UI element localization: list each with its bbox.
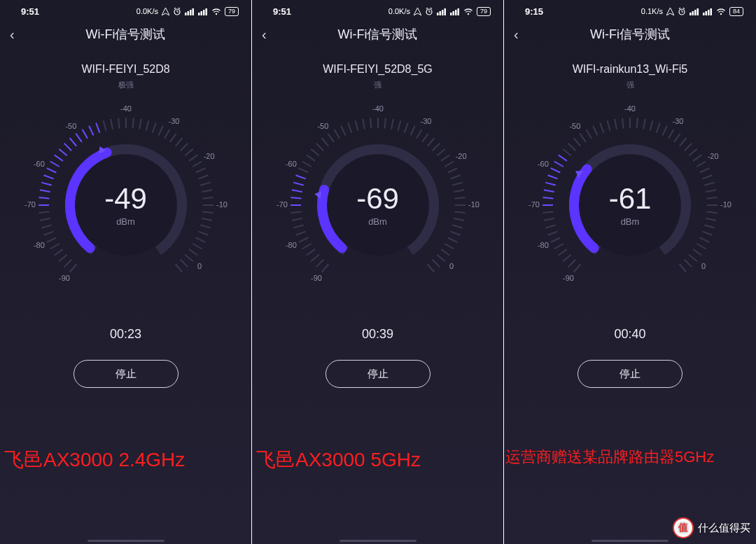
- svg-rect-6: [187, 11, 189, 15]
- svg-line-169: [679, 8, 680, 8]
- status-time: 9:51: [273, 6, 291, 17]
- svg-rect-12: [205, 8, 207, 15]
- dbm-value: -49: [104, 184, 147, 214]
- svg-rect-94: [455, 10, 457, 15]
- svg-rect-90: [442, 10, 444, 15]
- status-icons: 0.0K/s 79: [388, 7, 491, 16]
- phone-panel: 9:51 0.0K/s 79 ‹ Wi-Fi信号测试 WIFI-FEIYI_52…: [0, 0, 252, 544]
- svg-rect-8: [192, 8, 194, 15]
- signal-icon: [185, 8, 195, 15]
- svg-line-4: [178, 8, 180, 8]
- svg-rect-9: [198, 13, 200, 15]
- alarm-icon: [425, 7, 433, 15]
- stop-button[interactable]: 停止: [326, 360, 430, 388]
- dbm-unit: dBm: [621, 216, 640, 227]
- wifi-icon: [463, 8, 473, 15]
- ssid-label: WIFI-FEIYI_52D8_5G: [252, 63, 503, 76]
- svg-line-3: [174, 8, 176, 8]
- gauge-center: -69 dBm: [273, 100, 483, 310]
- network-info: WIFI-FEIYI_52D8_5G 强: [252, 63, 503, 90]
- strength-label: 极强: [0, 80, 251, 90]
- stop-button[interactable]: 停止: [578, 360, 682, 388]
- phone-panel: 9:15 0.1K/s 84 ‹ Wi-Fi信号测试 WIFI-rainkun1…: [504, 0, 756, 544]
- back-button[interactable]: ‹: [10, 27, 29, 43]
- battery-indicator: 79: [477, 7, 491, 16]
- nav-arrow-icon: [414, 8, 421, 15]
- svg-point-13: [216, 13, 217, 14]
- status-icons: 0.0K/s 79: [136, 7, 239, 16]
- nav-bar: ‹ Wi-Fi信号测试: [504, 18, 756, 50]
- page-title: Wi-Fi信号测试: [252, 26, 503, 43]
- svg-rect-171: [690, 13, 692, 15]
- svg-rect-176: [705, 11, 707, 15]
- svg-line-87: [430, 8, 432, 8]
- nav-arrow-icon: [666, 8, 674, 15]
- status-bar: 9:15 0.1K/s 84: [504, 0, 756, 18]
- network-info: WIFI-FEIYI_52D8 极强: [0, 63, 251, 90]
- svg-rect-89: [439, 11, 441, 15]
- svg-point-179: [720, 13, 722, 14]
- timer: 00:23: [0, 327, 251, 342]
- status-time: 9:15: [525, 6, 543, 17]
- panel-caption: 飞邑AX3000 5GHz: [256, 448, 503, 472]
- page-title: Wi-Fi信号测试: [0, 26, 251, 43]
- home-indicator[interactable]: [592, 540, 668, 542]
- signal-icon: [703, 8, 713, 15]
- dbm-value: -61: [609, 184, 652, 214]
- battery-indicator: 84: [729, 7, 743, 16]
- signal-icon: [690, 8, 699, 15]
- svg-rect-173: [694, 10, 696, 15]
- battery-indicator: 79: [225, 7, 239, 16]
- panel-caption: 运营商赠送某品牌路由器5GHz: [505, 448, 756, 466]
- status-bar: 9:51 0.0K/s 79: [252, 0, 503, 18]
- back-button[interactable]: ‹: [262, 27, 281, 43]
- svg-rect-95: [457, 8, 459, 15]
- ssid-label: WIFI-rainkun13_Wi-Fi5: [504, 63, 756, 76]
- home-indicator[interactable]: [340, 540, 416, 542]
- home-indicator[interactable]: [88, 540, 164, 542]
- svg-rect-174: [696, 8, 699, 15]
- status-speed: 0.1K/s: [641, 7, 663, 15]
- watermark-badge: 值: [673, 517, 694, 538]
- gauge-center: -61 dBm: [525, 100, 735, 310]
- svg-rect-7: [190, 10, 192, 15]
- page-title: Wi-Fi信号测试: [504, 26, 756, 43]
- back-button[interactable]: ‹: [514, 27, 533, 43]
- svg-point-96: [468, 13, 469, 14]
- watermark: 值 什么值得买: [673, 517, 750, 538]
- nav-bar: ‹ Wi-Fi信号测试: [0, 18, 251, 50]
- status-time: 9:51: [21, 6, 39, 17]
- svg-rect-91: [444, 8, 446, 15]
- svg-rect-172: [692, 11, 694, 15]
- timer: 00:40: [504, 327, 756, 342]
- svg-rect-11: [203, 10, 205, 15]
- svg-rect-88: [437, 13, 439, 15]
- nav-bar: ‹ Wi-Fi信号测试: [252, 18, 503, 50]
- phone-panel: 9:51 0.0K/s 79 ‹ Wi-Fi信号测试 WIFI-FEIYI_52…: [252, 0, 504, 544]
- svg-rect-93: [452, 11, 454, 15]
- alarm-icon: [678, 7, 686, 15]
- alarm-icon: [173, 7, 181, 15]
- stop-button[interactable]: 停止: [74, 360, 178, 388]
- signal-icon: [437, 8, 447, 15]
- svg-rect-10: [200, 11, 202, 15]
- signal-icon: [198, 8, 208, 15]
- svg-rect-177: [708, 10, 710, 15]
- svg-rect-175: [703, 13, 705, 15]
- signal-icon: [450, 8, 460, 15]
- panel-caption: 飞邑AX3000 2.4GHz: [4, 448, 251, 472]
- ssid-label: WIFI-FEIYI_52D8: [0, 63, 251, 76]
- svg-line-170: [683, 8, 685, 8]
- strength-label: 强: [504, 80, 756, 90]
- status-bar: 9:51 0.0K/s 79: [0, 0, 251, 18]
- nav-arrow-icon: [162, 8, 169, 15]
- svg-line-86: [426, 8, 428, 8]
- svg-rect-5: [185, 13, 187, 15]
- status-icons: 0.1K/s 84: [641, 7, 743, 16]
- svg-rect-92: [450, 13, 452, 15]
- timer: 00:39: [252, 327, 503, 342]
- watermark-text: 什么值得买: [698, 522, 750, 535]
- wifi-icon: [716, 8, 726, 15]
- dbm-unit: dBm: [116, 216, 135, 227]
- status-speed: 0.0K/s: [388, 7, 410, 15]
